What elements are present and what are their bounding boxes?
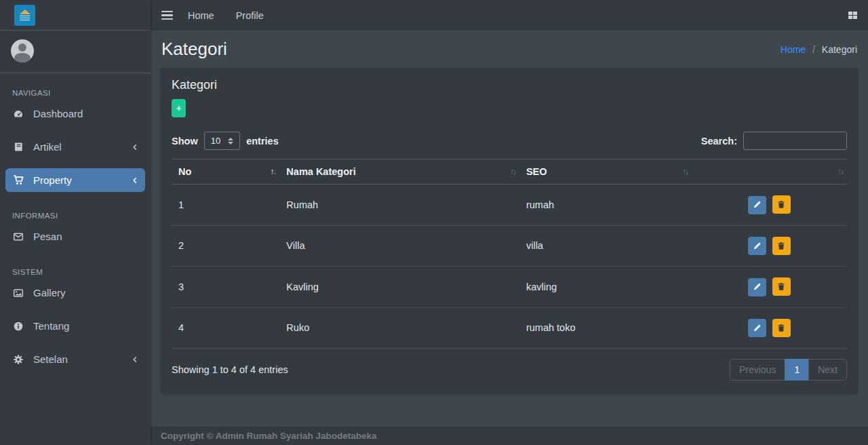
brand-logo-icon bbox=[14, 5, 35, 26]
pencil-icon bbox=[753, 283, 761, 291]
content-header: Kategori Home / Kategori bbox=[151, 31, 868, 67]
pagination: Previous 1 Next bbox=[730, 359, 847, 381]
table-row: 3 Kavling kavling bbox=[172, 267, 847, 308]
card-title: Kategori bbox=[172, 78, 847, 92]
sidebar-item-label: Setelan bbox=[33, 353, 68, 365]
delete-button[interactable] bbox=[772, 319, 791, 337]
sidebar-item-label: Tentang bbox=[33, 320, 69, 332]
edit-button[interactable] bbox=[748, 278, 766, 296]
cart-icon bbox=[12, 174, 24, 186]
table-controls: Show 10 entries Search: bbox=[161, 120, 858, 159]
nav-section-header: SISTEM bbox=[5, 258, 145, 281]
gear-icon bbox=[12, 354, 24, 365]
table-row: 4 Ruko rumah toko bbox=[172, 307, 847, 349]
breadcrumb-home-link[interactable]: Home bbox=[781, 44, 806, 55]
chevron-left-icon bbox=[132, 355, 138, 364]
cell-seo: villa bbox=[519, 225, 692, 267]
tachometer-icon bbox=[12, 109, 24, 119]
search-label: Search: bbox=[701, 136, 737, 147]
table-container: No ↑↓ Nama Kategori ↑↓ SEO ↑↓ bbox=[161, 159, 858, 349]
navbar-link-profile[interactable]: Profile bbox=[236, 10, 264, 21]
column-header-actions[interactable]: ↑↓ bbox=[692, 159, 847, 185]
pencil-icon bbox=[753, 242, 761, 250]
page-length-value: 10 bbox=[211, 136, 220, 146]
edit-button[interactable] bbox=[748, 196, 766, 214]
cell-actions bbox=[692, 267, 847, 308]
book-icon bbox=[12, 142, 24, 152]
page-length-control: Show 10 entries bbox=[172, 132, 279, 150]
grid-icon[interactable] bbox=[848, 12, 857, 19]
sidebar-nav: NAVIGASI Dashboard Artikel Property bbox=[0, 73, 151, 371]
hamburger-menu-icon[interactable] bbox=[161, 11, 173, 20]
trash-icon bbox=[777, 282, 785, 291]
delete-button[interactable] bbox=[772, 277, 791, 296]
pagination-previous-button[interactable]: Previous bbox=[730, 359, 785, 381]
pencil-icon bbox=[753, 324, 761, 332]
sidebar-item-label: Pesan bbox=[33, 231, 62, 242]
delete-button[interactable] bbox=[772, 237, 791, 255]
cell-nama: Ruko bbox=[279, 307, 519, 349]
cell-no: 4 bbox=[172, 307, 279, 349]
cell-seo: rumah toko bbox=[519, 307, 692, 349]
cell-nama: Rumah bbox=[279, 185, 519, 226]
breadcrumb-current: Kategori bbox=[822, 44, 857, 55]
sidebar-item-artikel[interactable]: Artikel bbox=[5, 135, 145, 159]
trash-icon bbox=[777, 324, 785, 332]
entries-label: entries bbox=[246, 136, 279, 147]
cell-seo: kavling bbox=[519, 267, 692, 308]
cell-actions bbox=[692, 225, 847, 267]
sidebar-item-setelan[interactable]: Setelan bbox=[5, 347, 145, 371]
page-footer: Copyright © Admin Rumah Syariah Jabodeta… bbox=[151, 427, 868, 445]
logo-text-lines bbox=[20, 16, 30, 20]
top-navbar: Home Profile bbox=[151, 0, 868, 31]
column-header-seo[interactable]: SEO ↑↓ bbox=[519, 159, 692, 185]
pencil-icon bbox=[753, 201, 761, 209]
sidebar-item-pesan[interactable]: Pesan bbox=[5, 225, 145, 248]
sidebar-item-dashboard[interactable]: Dashboard bbox=[5, 102, 145, 125]
delete-button[interactable] bbox=[772, 195, 791, 214]
avatar[interactable] bbox=[11, 39, 34, 62]
sidebar-item-property[interactable]: Property bbox=[5, 168, 145, 192]
cell-no: 2 bbox=[172, 225, 279, 267]
select-arrows-icon bbox=[228, 138, 233, 144]
sort-icon: ↑↓ bbox=[837, 167, 843, 176]
roof-icon bbox=[20, 9, 31, 14]
table-row: 1 Rumah rumah bbox=[172, 185, 847, 226]
search-input[interactable] bbox=[743, 132, 847, 150]
pagination-page-1-button[interactable]: 1 bbox=[785, 359, 809, 381]
kategori-table: No ↑↓ Nama Kategori ↑↓ SEO ↑↓ bbox=[172, 159, 847, 349]
image-icon bbox=[12, 288, 24, 298]
sidebar-item-tentang[interactable]: Tentang bbox=[5, 314, 145, 338]
sidebar-item-label: Gallery bbox=[33, 287, 66, 298]
column-header-nama-kategori[interactable]: Nama Kategori ↑↓ bbox=[279, 159, 519, 185]
sidebar-item-label: Property bbox=[33, 174, 72, 186]
sidebar: NAVIGASI Dashboard Artikel Property bbox=[0, 0, 151, 445]
sidebar-item-label: Artikel bbox=[33, 141, 62, 153]
nav-section-header: INFORMASI bbox=[5, 201, 145, 225]
edit-button[interactable] bbox=[748, 237, 766, 255]
chevron-left-icon bbox=[132, 176, 138, 185]
sidebar-item-gallery[interactable]: Gallery bbox=[5, 281, 145, 305]
cell-nama: Kavling bbox=[279, 267, 519, 308]
page-length-select[interactable]: 10 bbox=[204, 132, 240, 150]
navbar-link-home[interactable]: Home bbox=[188, 10, 214, 21]
column-header-no[interactable]: No ↑↓ bbox=[172, 159, 279, 185]
search-control: Search: bbox=[701, 132, 847, 150]
sort-icon: ↑↓ bbox=[510, 167, 515, 176]
brand-link[interactable] bbox=[0, 0, 151, 31]
pagination-next-button[interactable]: Next bbox=[808, 359, 847, 381]
table-header-row: No ↑↓ Nama Kategori ↑↓ SEO ↑↓ bbox=[172, 159, 847, 185]
sidebar-item-label: Dashboard bbox=[33, 108, 83, 119]
add-kategori-button[interactable]: + bbox=[172, 99, 186, 117]
cell-nama: Villa bbox=[279, 225, 519, 267]
user-panel bbox=[0, 31, 151, 73]
copyright-text: Copyright © Admin Rumah Syariah Jabodeta… bbox=[161, 431, 377, 441]
table-row: 2 Villa villa bbox=[172, 225, 847, 267]
cell-actions bbox=[692, 307, 847, 349]
entries-info: Showing 1 to 4 of 4 entries bbox=[172, 364, 288, 375]
breadcrumb: Home / Kategori bbox=[781, 44, 857, 55]
cell-actions bbox=[692, 185, 847, 226]
sort-icon: ↑↓ bbox=[270, 167, 275, 176]
card-header: Kategori + bbox=[161, 68, 858, 120]
edit-button[interactable] bbox=[748, 319, 766, 337]
